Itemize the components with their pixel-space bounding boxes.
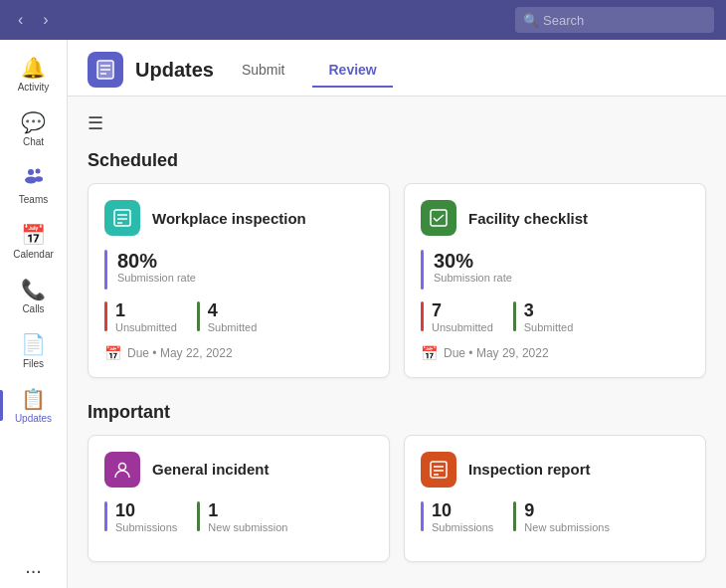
- inspection-report-card: Inspection report 10 Submissions: [404, 435, 706, 562]
- sidebar-label-teams: Teams: [19, 194, 48, 205]
- general-submissions-bar: [104, 501, 107, 531]
- workplace-rate-label: Submission rate: [117, 272, 196, 284]
- facility-due-label: Due • May 29, 2022: [444, 346, 549, 360]
- chat-icon: 💬: [21, 110, 46, 134]
- general-new-label: New submission: [208, 521, 287, 533]
- sidebar-item-calls[interactable]: 📞 Calls: [0, 270, 67, 322]
- svg-point-2: [25, 177, 37, 184]
- inspection-new-label: New submissions: [524, 521, 610, 533]
- unsubmitted-bar: [104, 301, 107, 331]
- general-stats-row: 10 Submissions 1 New submission: [104, 501, 373, 533]
- forward-button[interactable]: ›: [37, 9, 54, 31]
- files-icon: 📄: [21, 332, 46, 356]
- general-submissions-label: Submissions: [115, 521, 177, 533]
- facility-submitted-bar: [513, 301, 516, 331]
- general-incident-card: General incident 10 Submissions: [88, 435, 390, 562]
- sidebar-label-calls: Calls: [22, 303, 44, 314]
- workplace-stats-row: 1 Unsubmitted 4 Submitted: [104, 301, 373, 333]
- sidebar-item-calendar[interactable]: 📅 Calendar: [0, 215, 67, 268]
- workplace-due-row: 📅 Due • May 22, 2022: [104, 345, 373, 361]
- general-submissions: 10 Submissions: [104, 501, 177, 533]
- workplace-unsubmitted-label: Unsubmitted: [115, 321, 177, 333]
- more-button[interactable]: ...: [25, 555, 42, 578]
- top-bar: ‹ › 🔍: [0, 0, 726, 40]
- sidebar-item-chat[interactable]: 💬 Chat: [0, 102, 67, 155]
- facility-submitted-label: Submitted: [524, 321, 574, 333]
- facility-rate-percent: 30%: [434, 250, 512, 272]
- svg-point-1: [35, 169, 40, 174]
- facility-unsubmitted-bar: [421, 301, 424, 331]
- workplace-submitted: 4 Submitted: [197, 301, 258, 333]
- search-wrapper: 🔍: [515, 7, 714, 33]
- general-new-bar: [197, 501, 200, 531]
- facility-submission-rate: 30% Submission rate: [421, 250, 689, 290]
- sidebar-label-activity: Activity: [18, 82, 50, 93]
- scheduled-cards-grid: Workplace inspection 80% Submission rate: [88, 183, 706, 378]
- inspection-card-title: Inspection report: [468, 461, 591, 478]
- sidebar-label-files: Files: [23, 358, 44, 369]
- sidebar: 🔔 Activity 💬 Chat Teams 📅 Calendar 📞: [0, 40, 68, 588]
- hamburger-menu[interactable]: ☰: [88, 112, 706, 134]
- facility-card-title: Facility checklist: [468, 210, 588, 227]
- updates-app-icon: [88, 52, 123, 88]
- sidebar-item-updates[interactable]: 📋 Updates: [0, 379, 67, 432]
- card-title-row-inspection: Inspection report: [421, 452, 689, 488]
- sidebar-label-calendar: Calendar: [13, 249, 54, 260]
- inspection-submissions-bar: [421, 501, 424, 531]
- facility-unsubmitted-label: Unsubmitted: [432, 321, 493, 333]
- calls-icon: 📞: [21, 278, 46, 301]
- teams-icon: [23, 165, 45, 192]
- facility-due-calendar-icon: 📅: [421, 345, 438, 361]
- updates-icon: 📋: [21, 387, 46, 411]
- svg-point-0: [28, 169, 34, 175]
- search-input[interactable]: [515, 7, 714, 33]
- inspection-stats-row: 10 Submissions 9 New submissions: [421, 501, 689, 533]
- back-button[interactable]: ‹: [12, 9, 29, 31]
- inspection-new-value: 9: [524, 501, 610, 521]
- sidebar-label-updates: Updates: [15, 413, 52, 424]
- workplace-unsubmitted: 1 Unsubmitted: [104, 301, 177, 333]
- workplace-card-icon: [104, 200, 140, 236]
- tab-submit[interactable]: Submit: [226, 54, 301, 88]
- facility-submitted: 3 Submitted: [513, 301, 574, 333]
- svg-rect-13: [431, 210, 447, 226]
- workplace-submitted-label: Submitted: [208, 321, 258, 333]
- tab-review[interactable]: Review: [312, 54, 392, 88]
- inspection-submissions: 10 Submissions: [421, 501, 493, 533]
- scheduled-section-title: Scheduled: [88, 150, 706, 171]
- content-header: Updates Submit Review: [68, 40, 726, 97]
- inspection-card-icon: [421, 452, 456, 488]
- sidebar-item-teams[interactable]: Teams: [0, 157, 67, 213]
- workplace-submitted-value: 4: [208, 301, 258, 321]
- workplace-inspection-card: Workplace inspection 80% Submission rate: [88, 183, 390, 378]
- rate-bar-purple: [104, 250, 107, 290]
- facility-due-row: 📅 Due • May 29, 2022: [421, 345, 689, 361]
- general-card-title: General incident: [152, 461, 270, 478]
- svg-point-14: [119, 463, 126, 470]
- facility-submitted-value: 3: [524, 301, 574, 321]
- due-calendar-icon: 📅: [104, 345, 121, 361]
- header-title-row: Updates Submit Review: [88, 52, 706, 88]
- activity-icon: 🔔: [21, 56, 46, 80]
- svg-point-3: [35, 176, 43, 182]
- facility-unsubmitted: 7 Unsubmitted: [421, 301, 493, 333]
- general-new-value: 1: [208, 501, 287, 521]
- workplace-submission-rate: 80% Submission rate: [104, 250, 373, 290]
- card-title-row-workplace: Workplace inspection: [104, 200, 373, 236]
- calendar-icon: 📅: [21, 223, 46, 247]
- important-cards-grid: General incident 10 Submissions: [88, 435, 706, 562]
- general-new-submission: 1 New submission: [197, 501, 287, 533]
- content-body: ☰ Scheduled W: [68, 97, 726, 588]
- inspection-submissions-label: Submissions: [432, 521, 493, 533]
- general-card-icon: [104, 452, 140, 488]
- submitted-bar: [197, 301, 200, 331]
- facility-stats-row: 7 Unsubmitted 3 Submitted: [421, 301, 689, 333]
- facility-unsubmitted-value: 7: [432, 301, 493, 321]
- workplace-card-title: Workplace inspection: [152, 210, 306, 227]
- important-section-title: Important: [88, 402, 706, 423]
- sidebar-item-files[interactable]: 📄 Files: [0, 324, 67, 377]
- sidebar-item-activity[interactable]: 🔔 Activity: [0, 48, 67, 100]
- main-layout: 🔔 Activity 💬 Chat Teams 📅 Calendar 📞: [0, 40, 726, 588]
- facility-checklist-card: Facility checklist 30% Submission rate: [404, 183, 706, 378]
- facility-rate-label: Submission rate: [434, 272, 512, 284]
